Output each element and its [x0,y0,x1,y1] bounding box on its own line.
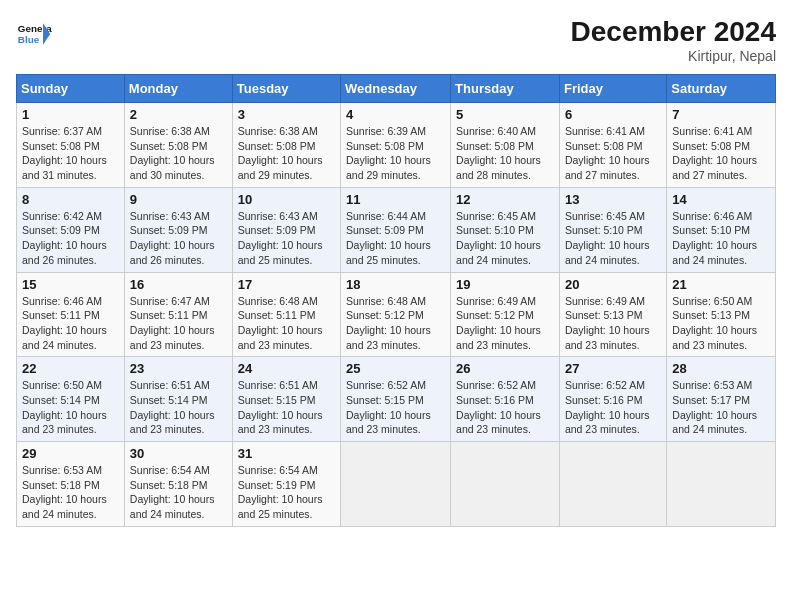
calendar-week-row: 22Sunrise: 6:50 AMSunset: 5:14 PMDayligh… [17,357,776,442]
day-detail: Sunrise: 6:52 AMSunset: 5:16 PMDaylight:… [456,378,554,437]
day-detail: Sunrise: 6:43 AMSunset: 5:09 PMDaylight:… [238,209,335,268]
day-number: 29 [22,446,119,461]
calendar-cell: 3Sunrise: 6:38 AMSunset: 5:08 PMDaylight… [232,103,340,188]
day-number: 1 [22,107,119,122]
calendar-cell: 2Sunrise: 6:38 AMSunset: 5:08 PMDaylight… [124,103,232,188]
day-detail: Sunrise: 6:50 AMSunset: 5:13 PMDaylight:… [672,294,770,353]
day-detail: Sunrise: 6:49 AMSunset: 5:12 PMDaylight:… [456,294,554,353]
calendar-cell: 8Sunrise: 6:42 AMSunset: 5:09 PMDaylight… [17,187,125,272]
month-year-title: December 2024 [571,16,776,48]
day-number: 28 [672,361,770,376]
calendar-week-row: 29Sunrise: 6:53 AMSunset: 5:18 PMDayligh… [17,442,776,527]
weekday-header-friday: Friday [559,75,666,103]
weekday-header-saturday: Saturday [667,75,776,103]
day-number: 12 [456,192,554,207]
day-detail: Sunrise: 6:45 AMSunset: 5:10 PMDaylight:… [456,209,554,268]
day-number: 18 [346,277,445,292]
day-detail: Sunrise: 6:54 AMSunset: 5:19 PMDaylight:… [238,463,335,522]
svg-text:Blue: Blue [18,34,40,45]
day-detail: Sunrise: 6:47 AMSunset: 5:11 PMDaylight:… [130,294,227,353]
day-number: 3 [238,107,335,122]
day-number: 15 [22,277,119,292]
calendar-cell: 1Sunrise: 6:37 AMSunset: 5:08 PMDaylight… [17,103,125,188]
day-detail: Sunrise: 6:44 AMSunset: 5:09 PMDaylight:… [346,209,445,268]
day-number: 13 [565,192,661,207]
logo-icon: General Blue [16,16,52,52]
day-detail: Sunrise: 6:52 AMSunset: 5:15 PMDaylight:… [346,378,445,437]
day-number: 31 [238,446,335,461]
day-number: 7 [672,107,770,122]
calendar-cell: 19Sunrise: 6:49 AMSunset: 5:12 PMDayligh… [451,272,560,357]
calendar-cell: 12Sunrise: 6:45 AMSunset: 5:10 PMDayligh… [451,187,560,272]
calendar-cell: 25Sunrise: 6:52 AMSunset: 5:15 PMDayligh… [341,357,451,442]
weekday-header-row: SundayMondayTuesdayWednesdayThursdayFrid… [17,75,776,103]
day-detail: Sunrise: 6:50 AMSunset: 5:14 PMDaylight:… [22,378,119,437]
day-detail: Sunrise: 6:54 AMSunset: 5:18 PMDaylight:… [130,463,227,522]
calendar-cell: 30Sunrise: 6:54 AMSunset: 5:18 PMDayligh… [124,442,232,527]
calendar-cell: 21Sunrise: 6:50 AMSunset: 5:13 PMDayligh… [667,272,776,357]
calendar-cell [559,442,666,527]
weekday-header-wednesday: Wednesday [341,75,451,103]
calendar-week-row: 8Sunrise: 6:42 AMSunset: 5:09 PMDaylight… [17,187,776,272]
calendar-cell: 7Sunrise: 6:41 AMSunset: 5:08 PMDaylight… [667,103,776,188]
day-detail: Sunrise: 6:41 AMSunset: 5:08 PMDaylight:… [672,124,770,183]
day-detail: Sunrise: 6:46 AMSunset: 5:11 PMDaylight:… [22,294,119,353]
calendar-cell: 31Sunrise: 6:54 AMSunset: 5:19 PMDayligh… [232,442,340,527]
calendar-cell: 26Sunrise: 6:52 AMSunset: 5:16 PMDayligh… [451,357,560,442]
day-number: 20 [565,277,661,292]
day-number: 21 [672,277,770,292]
calendar-cell: 18Sunrise: 6:48 AMSunset: 5:12 PMDayligh… [341,272,451,357]
day-detail: Sunrise: 6:48 AMSunset: 5:11 PMDaylight:… [238,294,335,353]
calendar-cell: 28Sunrise: 6:53 AMSunset: 5:17 PMDayligh… [667,357,776,442]
day-detail: Sunrise: 6:39 AMSunset: 5:08 PMDaylight:… [346,124,445,183]
day-number: 30 [130,446,227,461]
calendar-cell: 10Sunrise: 6:43 AMSunset: 5:09 PMDayligh… [232,187,340,272]
location-label: Kirtipur, Nepal [571,48,776,64]
calendar-cell: 4Sunrise: 6:39 AMSunset: 5:08 PMDaylight… [341,103,451,188]
weekday-header-sunday: Sunday [17,75,125,103]
title-area: December 2024 Kirtipur, Nepal [571,16,776,64]
day-number: 10 [238,192,335,207]
day-detail: Sunrise: 6:52 AMSunset: 5:16 PMDaylight:… [565,378,661,437]
day-detail: Sunrise: 6:41 AMSunset: 5:08 PMDaylight:… [565,124,661,183]
calendar-cell: 14Sunrise: 6:46 AMSunset: 5:10 PMDayligh… [667,187,776,272]
calendar-cell: 17Sunrise: 6:48 AMSunset: 5:11 PMDayligh… [232,272,340,357]
day-number: 11 [346,192,445,207]
day-detail: Sunrise: 6:48 AMSunset: 5:12 PMDaylight:… [346,294,445,353]
day-detail: Sunrise: 6:49 AMSunset: 5:13 PMDaylight:… [565,294,661,353]
day-number: 9 [130,192,227,207]
day-detail: Sunrise: 6:42 AMSunset: 5:09 PMDaylight:… [22,209,119,268]
calendar-cell: 9Sunrise: 6:43 AMSunset: 5:09 PMDaylight… [124,187,232,272]
day-detail: Sunrise: 6:51 AMSunset: 5:14 PMDaylight:… [130,378,227,437]
day-number: 17 [238,277,335,292]
day-detail: Sunrise: 6:45 AMSunset: 5:10 PMDaylight:… [565,209,661,268]
calendar-cell: 20Sunrise: 6:49 AMSunset: 5:13 PMDayligh… [559,272,666,357]
day-number: 6 [565,107,661,122]
calendar-cell: 27Sunrise: 6:52 AMSunset: 5:16 PMDayligh… [559,357,666,442]
day-number: 4 [346,107,445,122]
day-number: 2 [130,107,227,122]
day-number: 23 [130,361,227,376]
day-detail: Sunrise: 6:37 AMSunset: 5:08 PMDaylight:… [22,124,119,183]
day-number: 5 [456,107,554,122]
calendar-cell: 23Sunrise: 6:51 AMSunset: 5:14 PMDayligh… [124,357,232,442]
day-detail: Sunrise: 6:43 AMSunset: 5:09 PMDaylight:… [130,209,227,268]
calendar-week-row: 1Sunrise: 6:37 AMSunset: 5:08 PMDaylight… [17,103,776,188]
day-number: 26 [456,361,554,376]
day-number: 24 [238,361,335,376]
day-detail: Sunrise: 6:53 AMSunset: 5:18 PMDaylight:… [22,463,119,522]
logo: General Blue [16,16,52,52]
calendar-cell: 22Sunrise: 6:50 AMSunset: 5:14 PMDayligh… [17,357,125,442]
calendar-cell [667,442,776,527]
day-detail: Sunrise: 6:38 AMSunset: 5:08 PMDaylight:… [238,124,335,183]
calendar-cell: 29Sunrise: 6:53 AMSunset: 5:18 PMDayligh… [17,442,125,527]
day-detail: Sunrise: 6:46 AMSunset: 5:10 PMDaylight:… [672,209,770,268]
day-number: 25 [346,361,445,376]
calendar-cell: 6Sunrise: 6:41 AMSunset: 5:08 PMDaylight… [559,103,666,188]
day-number: 22 [22,361,119,376]
day-number: 8 [22,192,119,207]
day-detail: Sunrise: 6:53 AMSunset: 5:17 PMDaylight:… [672,378,770,437]
day-number: 27 [565,361,661,376]
weekday-header-monday: Monday [124,75,232,103]
calendar-cell: 24Sunrise: 6:51 AMSunset: 5:15 PMDayligh… [232,357,340,442]
